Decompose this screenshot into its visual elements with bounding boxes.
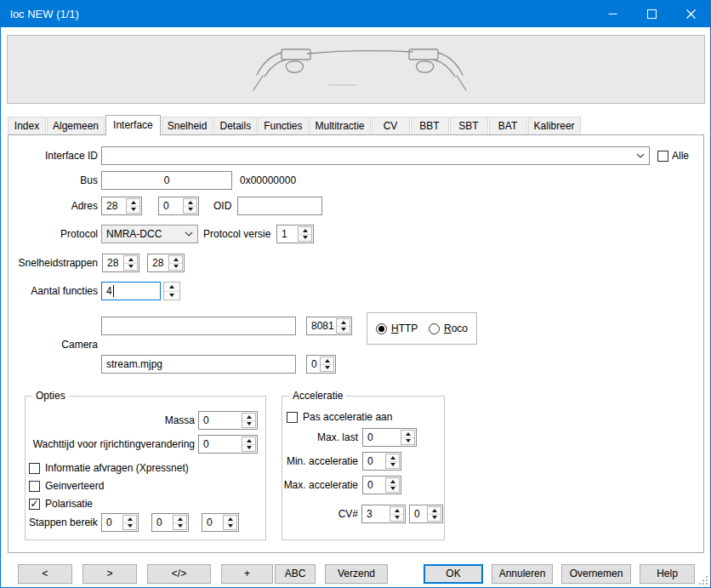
snelheidstrappen-spinner-1[interactable]: 28 [102,254,139,272]
spin-up-icon[interactable] [428,507,441,515]
min-acceleratie-spinner[interactable]: 0 [362,452,401,471]
roco-radio[interactable]: Roco [429,322,468,335]
tab-functies[interactable]: Functies [258,117,308,134]
pas-acceleratie-checkbox[interactable]: Pas acceleratie aan [287,410,392,424]
wachttijd-spinner[interactable]: 0 [198,435,258,454]
spin-up-icon[interactable] [184,199,196,207]
titlebar[interactable]: loc NEW (1/1) [1,1,710,27]
maximize-button[interactable] [632,1,671,27]
alle-checkbox[interactable]: Alle [657,149,689,163]
informatie-afvragen-checkbox[interactable]: Informatie afvragen (Xpressnet) [29,461,189,475]
spin-up-icon[interactable] [224,516,236,523]
spin-down-icon[interactable] [184,207,196,214]
oid-input[interactable] [237,197,322,215]
cv-label: CV# [282,505,358,523]
spin-up-icon[interactable] [386,454,399,462]
ok-button[interactable]: OK [424,564,483,584]
tab-interface[interactable]: Interface [105,115,161,135]
spin-buttons [122,515,137,530]
spin-down-icon[interactable] [337,327,350,334]
spin-down-icon[interactable] [299,235,311,242]
geinverteerd-checkbox[interactable]: Geinverteerd [29,479,104,493]
minimize-button[interactable] [593,1,632,27]
add-button[interactable]: + [221,564,273,584]
massa-spinner[interactable]: 0 [198,411,258,430]
tab-cv[interactable]: CV [372,117,410,134]
prev-button[interactable]: < [18,564,72,584]
spin-down-icon[interactable] [164,292,179,300]
spin-down-icon[interactable] [127,207,139,214]
spin-up-icon[interactable] [401,431,414,438]
camera-index-spinner[interactable]: 0 [306,355,336,374]
adres-label: Adres [26,197,98,215]
spin-down-icon[interactable] [242,421,255,428]
camera-url-input[interactable] [101,317,296,335]
tab-snelheid[interactable]: Snelheid [162,117,213,134]
tab-multitractie[interactable]: Multitractie [310,117,371,134]
help-button[interactable]: Help [640,564,695,584]
spin-up-icon[interactable] [127,199,139,207]
spin-down-icon[interactable] [224,523,236,530]
tab-bar: Index Algemeen Interface Snelheid Detail… [8,115,582,134]
close-button[interactable] [671,1,710,27]
spin-up-icon[interactable] [386,478,399,486]
max-last-spinner[interactable]: 0 [362,428,417,447]
polarisatie-checkbox[interactable]: ✓ Polarisatie [29,497,93,511]
resize-grip[interactable] [697,574,708,585]
spin-up-icon[interactable] [164,283,179,292]
max-acceleratie-spinner[interactable]: 0 [362,476,401,494]
interface-id-combobox[interactable] [101,146,650,165]
tab-details[interactable]: Details [213,117,257,134]
verzend-button[interactable]: Verzend [325,564,388,584]
spin-down-icon[interactable] [428,515,441,522]
stappen-bereik-spinner-2[interactable]: 0 [151,513,189,532]
spin-down-icon[interactable] [124,264,137,271]
spin-down-icon[interactable] [386,486,399,493]
spin-up-icon[interactable] [169,256,182,264]
snelheidstrappen-spinner-2[interactable]: 28 [147,254,185,272]
spin-down-icon[interactable] [390,515,403,522]
spin-up-icon[interactable] [321,357,333,365]
spin-down-icon[interactable] [242,445,255,452]
code-button[interactable]: </> [147,564,211,584]
geinverteerd-label: Geinverteerd [45,480,104,492]
spin-up-icon[interactable] [242,414,255,421]
spin-up-icon[interactable] [124,256,137,264]
spin-down-icon[interactable] [386,462,399,469]
tab-kalibreer[interactable]: Kalibreer [528,117,581,134]
cv-spinner-2[interactable]: 0 [409,505,443,523]
stappen-bereik-spinner-3[interactable]: 0 [202,513,239,532]
spin-down-icon[interactable] [169,264,182,271]
spin-up-icon[interactable] [299,227,311,235]
loco-image-panel [7,35,705,104]
http-radio[interactable]: HTTP [376,322,418,335]
spin-down-icon[interactable] [123,523,136,530]
spin-down-icon[interactable] [401,438,414,445]
spin-up-icon[interactable] [173,516,186,523]
bus-input[interactable] [101,171,232,190]
spin-up-icon[interactable] [123,516,136,523]
next-button[interactable]: > [82,564,137,584]
spin-down-icon[interactable] [173,523,186,530]
tab-algemeen[interactable]: Algemeen [47,117,105,134]
abc-button[interactable]: ABC [275,564,316,584]
cv-spinner-1[interactable]: 3 [361,505,406,523]
protocol-combobox[interactable]: NMRA-DCC [101,225,198,243]
spin-up-icon[interactable] [242,437,255,445]
adres-spinner-2[interactable]: 0 [158,197,199,215]
spin-up-icon[interactable] [390,507,403,515]
tab-bat[interactable]: BAT [489,117,527,134]
overnemen-button[interactable]: Overnemen [561,564,631,584]
spin-down-icon[interactable] [321,365,333,372]
annuleren-button[interactable]: Annuleren [492,564,553,584]
tab-index[interactable]: Index [8,117,46,134]
tab-bbt[interactable]: BBT [411,117,449,134]
tab-sbt[interactable]: SBT [450,117,488,134]
aantal-functies-input[interactable]: 4 [101,282,161,300]
camera-port-spinner[interactable]: 8081 [306,317,352,335]
spin-up-icon[interactable] [337,319,350,327]
adres-spinner-1[interactable]: 28 [101,197,142,215]
protocol-versie-spinner[interactable]: 1 [276,225,314,243]
camera-stream-input[interactable] [101,355,296,374]
stappen-bereik-spinner-1[interactable]: 0 [101,513,139,532]
